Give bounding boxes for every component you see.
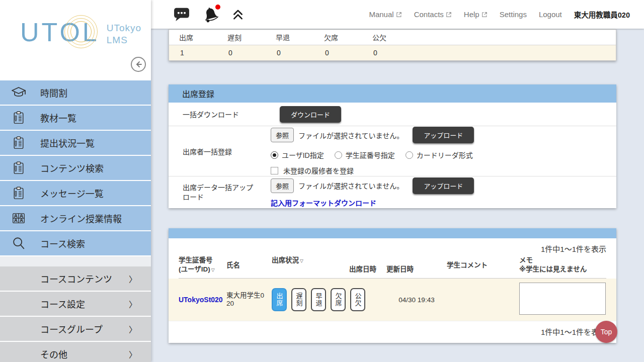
upload-button[interactable]: アップロード [413, 127, 474, 143]
scroll-to-top-button[interactable]: Top [595, 321, 617, 343]
message-icon[interactable] [173, 7, 190, 22]
sidebar-item-label: 提出状況一覧 [40, 136, 95, 149]
external-link-icon [446, 12, 452, 18]
summary-col-header: 出席 [169, 30, 217, 45]
notification-bell-icon[interactable] [202, 7, 219, 23]
download-button[interactable]: ダウンロード [280, 106, 341, 123]
radio-user-id-label[interactable]: ユーザID指定 [282, 150, 324, 160]
sidebar-item-messages[interactable]: メッセージ一覧 [0, 181, 151, 205]
attendee-bulk-label: 出席者一括登録 [169, 126, 271, 176]
topbar: Manual Contacts Help Settings Logout 東大用… [151, 0, 644, 29]
status-early-leave-button[interactable]: 早退 [311, 288, 326, 311]
sidebar-item-online-class-info[interactable]: オンライン授業情報 [0, 206, 151, 230]
data-bulk-upload-row: 出席データ一括アップロード 参照 ファイルが選択されていません。 アップロード … [169, 176, 616, 208]
clipboard-icon [10, 186, 27, 200]
summary-value: 1 [169, 45, 217, 60]
sidebar-group-others[interactable]: その他 〉 [0, 342, 151, 362]
summary-value: 0 [217, 45, 266, 60]
summary-col-header: 欠席 [314, 30, 362, 45]
chevron-right-icon: 〉 [129, 273, 137, 285]
summary-value: 0 [266, 45, 314, 60]
contacts-link[interactable]: Contacts [414, 10, 452, 19]
chevron-right-icon: 〉 [129, 348, 137, 360]
summary-col-header: 公欠 [362, 30, 411, 45]
sidebar-group-course-settings[interactable]: コース設定 〉 [0, 292, 151, 316]
table-header-section: 1件中1〜1件を表示 学生証番号 (ユーザID)▽ 氏名 出席状況▽ 出席日時 … [169, 238, 616, 279]
column-header-row: 学生証番号 (ユーザID)▽ 氏名 出席状況▽ 出席日時 更新日時 学生コメント… [179, 254, 606, 279]
settings-link[interactable]: Settings [500, 10, 527, 19]
sidebar-collapse-button[interactable] [131, 57, 146, 72]
sidebar-group-course-contents[interactable]: コースコンテンツ 〉 [0, 266, 151, 291]
logo-area: UTOL UTokyo LMS [0, 0, 151, 80]
register-unenrolled-label[interactable]: 未登録の履修者を登録 [283, 165, 354, 175]
collapse-up-icon[interactable] [231, 8, 245, 21]
sidebar-item-submission-status[interactable]: 提出状況一覧 [0, 131, 151, 155]
logout-link[interactable]: Logout [539, 10, 562, 19]
browse-button[interactable]: 参照 [271, 128, 294, 142]
radio-user-id[interactable] [271, 151, 278, 159]
summary-header-row: 出席 遅刻 早退 欠席 公欠 [169, 30, 616, 45]
summary-col-header: 早退 [266, 30, 314, 45]
external-link-icon [481, 12, 488, 18]
sidebar-item-label: コンテンツ検索 [40, 161, 104, 174]
student-attendance-table: 1件中1〜1件を表示 学生証番号 (ユーザID)▽ 氏名 出席状況▽ 出席日時 … [169, 228, 616, 343]
sidebar-item-content-search[interactable]: コンテンツ検索 [0, 156, 151, 180]
topbar-icons [173, 7, 245, 23]
display-count-top: 1件中1〜1件を表示 [179, 243, 606, 254]
sidebar-item-label: 時間割 [40, 86, 67, 99]
sidebar-group-menu: コースコンテンツ 〉 コース設定 〉 コースグループ 〉 その他 〉 [0, 266, 151, 362]
logo-word: UTOL [20, 19, 100, 45]
external-link-icon [396, 12, 402, 18]
attendance-summary-table: 出席 遅刻 早退 欠席 公欠 1 0 0 0 0 [169, 29, 616, 61]
graduation-cap-icon [10, 84, 27, 101]
bulk-download-label: 一括ダウンロード [169, 103, 271, 126]
utol-logo: UTOL UTokyo LMS [20, 19, 141, 46]
sidebar-item-label: オンライン授業情報 [40, 212, 122, 225]
col-header-status[interactable]: 出席状況▽ [272, 256, 349, 278]
status-present-button[interactable]: 出席 [272, 288, 287, 311]
radio-student-card-number[interactable] [335, 151, 342, 159]
register-unenrolled-checkbox[interactable] [271, 167, 278, 174]
upload-button[interactable]: アップロード [413, 177, 474, 194]
status-late-button[interactable]: 遅刻 [291, 288, 306, 311]
browse-button[interactable]: 参照 [271, 178, 294, 193]
clipboard-icon [10, 111, 27, 125]
help-link[interactable]: Help [464, 10, 488, 19]
status-absent-button[interactable]: 欠席 [331, 288, 346, 311]
col-header-student-id[interactable]: 学生証番号 (ユーザID)▽ [179, 256, 226, 278]
chevron-right-icon: 〉 [129, 298, 137, 310]
table-top-bar [169, 228, 616, 238]
format-download-link[interactable]: 記入用フォーマットダウンロード [271, 198, 376, 208]
no-file-selected-text: ファイルが選択されていません。 [298, 180, 404, 191]
sidebar-group-course-group[interactable]: コースグループ 〉 [0, 317, 151, 341]
logo-subtitle: UTokyo LMS [107, 22, 141, 46]
memo-textarea[interactable] [519, 283, 606, 315]
sidebar-item-course-search[interactable]: コース検索 [0, 231, 151, 255]
student-id-link[interactable]: UTokyoSt020 [179, 296, 226, 304]
summary-value: 0 [314, 45, 362, 60]
logo-rings-decoration [64, 15, 98, 48]
sidebar-item-timetable[interactable]: 時間割 [0, 80, 151, 105]
manual-link[interactable]: Manual [369, 10, 401, 19]
sidebar-item-label: コース検索 [40, 237, 85, 250]
sidebar-spacer [0, 256, 151, 266]
sidebar: UTOL UTokyo LMS 時間割 教材一覧 [0, 0, 151, 362]
sidebar-item-materials[interactable]: 教材一覧 [0, 106, 151, 130]
radio-card-reader-label[interactable]: カードリーダ形式 [417, 150, 473, 160]
display-count-bottom: 1件中1〜1件を表示 [169, 321, 616, 343]
col-header-student-comment: 学生コメント [447, 261, 519, 278]
attendance-registration-panel: 出席登録 一括ダウンロード ダウンロード 出席者一括登録 参照 ファイルが選択さ… [169, 84, 616, 208]
attendee-bulk-row: 出席者一括登録 参照 ファイルが選択されていません。 アップロード ユーザID指… [169, 126, 616, 176]
summary-col-header: 遅刻 [217, 30, 266, 45]
status-excused-button[interactable]: 公欠 [350, 288, 365, 311]
bulk-download-row: 一括ダウンロード ダウンロード [169, 103, 616, 126]
col-header-attendance-time: 出席日時 [349, 265, 386, 278]
summary-value-row: 1 0 0 0 0 [169, 45, 616, 60]
radio-card-reader[interactable] [406, 151, 413, 159]
data-bulk-upload-label: 出席データ一括アップロード [169, 176, 271, 208]
col-header-memo: メモ ※学生には見えません [519, 256, 606, 278]
summary-value: 0 [362, 45, 411, 60]
radio-student-card-number-label[interactable]: 学生証番号指定 [346, 150, 395, 160]
col-header-update-time: 更新日時 [386, 265, 447, 278]
search-icon [10, 236, 27, 251]
